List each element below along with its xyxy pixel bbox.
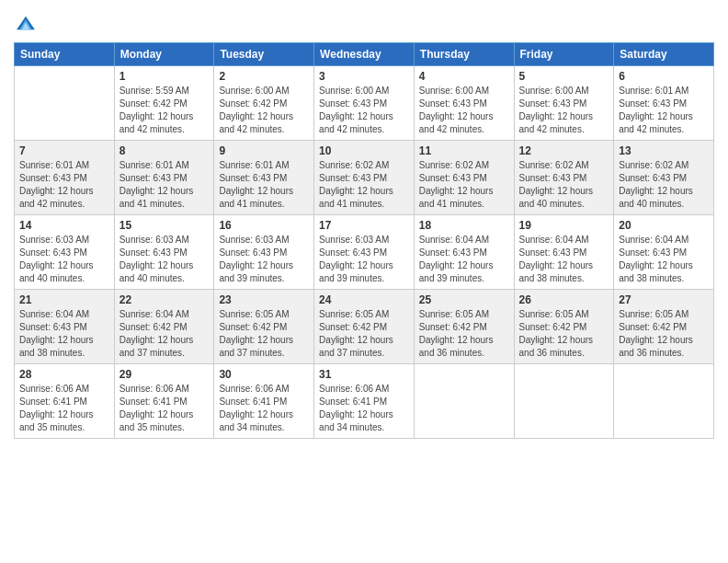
day-cell: 15Sunrise: 6:03 AMSunset: 6:43 PMDayligh… <box>114 215 214 290</box>
weekday-header-thursday: Thursday <box>414 43 514 66</box>
day-info: Sunrise: 6:04 AMSunset: 6:43 PMDaylight:… <box>19 308 109 360</box>
day-cell <box>614 364 714 439</box>
day-cell: 23Sunrise: 6:05 AMSunset: 6:42 PMDayligh… <box>214 290 314 364</box>
day-info: Sunrise: 6:05 AMSunset: 6:42 PMDaylight:… <box>619 308 709 360</box>
day-cell: 5Sunrise: 6:00 AMSunset: 6:43 PMDaylight… <box>514 66 614 141</box>
day-number: 4 <box>419 70 509 83</box>
day-cell: 25Sunrise: 6:05 AMSunset: 6:42 PMDayligh… <box>414 290 514 364</box>
day-info: Sunrise: 6:06 AMSunset: 6:41 PMDaylight:… <box>219 383 309 434</box>
day-cell: 27Sunrise: 6:05 AMSunset: 6:42 PMDayligh… <box>614 290 714 364</box>
weekday-header-sunday: Sunday <box>15 43 115 66</box>
day-number: 12 <box>519 144 609 157</box>
day-info: Sunrise: 6:05 AMSunset: 6:42 PMDaylight:… <box>519 308 609 360</box>
day-info: Sunrise: 6:05 AMSunset: 6:42 PMDaylight:… <box>319 308 409 360</box>
day-info: Sunrise: 6:04 AMSunset: 6:43 PMDaylight:… <box>419 234 509 285</box>
day-number: 1 <box>119 70 210 83</box>
day-info: Sunrise: 6:00 AMSunset: 6:43 PMDaylight:… <box>519 85 609 136</box>
day-info: Sunrise: 6:03 AMSunset: 6:43 PMDaylight:… <box>219 234 309 285</box>
day-number: 19 <box>519 219 609 232</box>
day-number: 28 <box>19 368 109 381</box>
day-number: 6 <box>619 70 709 83</box>
day-info: Sunrise: 6:05 AMSunset: 6:42 PMDaylight:… <box>419 308 509 360</box>
day-cell: 11Sunrise: 6:02 AMSunset: 6:43 PMDayligh… <box>414 141 514 215</box>
day-cell: 1Sunrise: 5:59 AMSunset: 6:42 PMDaylight… <box>114 66 214 141</box>
day-info: Sunrise: 6:00 AMSunset: 6:43 PMDaylight:… <box>319 85 409 136</box>
day-info: Sunrise: 6:01 AMSunset: 6:43 PMDaylight:… <box>219 159 309 211</box>
day-info: Sunrise: 6:03 AMSunset: 6:43 PMDaylight:… <box>19 234 109 285</box>
day-info: Sunrise: 6:04 AMSunset: 6:43 PMDaylight:… <box>519 234 609 285</box>
day-cell: 20Sunrise: 6:04 AMSunset: 6:43 PMDayligh… <box>614 215 714 290</box>
day-info: Sunrise: 6:06 AMSunset: 6:41 PMDaylight:… <box>319 383 409 434</box>
day-cell: 29Sunrise: 6:06 AMSunset: 6:41 PMDayligh… <box>114 364 214 439</box>
day-number: 25 <box>419 293 509 306</box>
day-cell: 28Sunrise: 6:06 AMSunset: 6:41 PMDayligh… <box>15 364 115 439</box>
logo <box>14 13 36 37</box>
day-cell: 31Sunrise: 6:06 AMSunset: 6:41 PMDayligh… <box>314 364 415 439</box>
logo-icon <box>16 13 36 33</box>
day-cell: 12Sunrise: 6:02 AMSunset: 6:43 PMDayligh… <box>514 141 614 215</box>
day-number: 10 <box>319 144 409 157</box>
day-info: Sunrise: 6:04 AMSunset: 6:43 PMDaylight:… <box>619 234 709 285</box>
day-info: Sunrise: 6:04 AMSunset: 6:42 PMDaylight:… <box>119 308 210 360</box>
day-info: Sunrise: 6:02 AMSunset: 6:43 PMDaylight:… <box>419 159 509 211</box>
day-number: 13 <box>619 144 709 157</box>
day-cell: 3Sunrise: 6:00 AMSunset: 6:43 PMDaylight… <box>314 66 415 141</box>
day-number: 20 <box>619 219 709 232</box>
day-info: Sunrise: 6:05 AMSunset: 6:42 PMDaylight:… <box>219 308 309 360</box>
day-info: Sunrise: 6:02 AMSunset: 6:43 PMDaylight:… <box>519 159 609 211</box>
day-info: Sunrise: 6:01 AMSunset: 6:43 PMDaylight:… <box>619 85 709 136</box>
day-number: 5 <box>519 70 609 83</box>
weekday-header-tuesday: Tuesday <box>214 43 314 66</box>
day-cell: 2Sunrise: 6:00 AMSunset: 6:42 PMDaylight… <box>214 66 314 141</box>
day-cell: 22Sunrise: 6:04 AMSunset: 6:42 PMDayligh… <box>114 290 214 364</box>
day-cell: 21Sunrise: 6:04 AMSunset: 6:43 PMDayligh… <box>15 290 115 364</box>
day-number: 9 <box>219 144 309 157</box>
day-cell: 8Sunrise: 6:01 AMSunset: 6:43 PMDaylight… <box>114 141 214 215</box>
day-cell: 26Sunrise: 6:05 AMSunset: 6:42 PMDayligh… <box>514 290 614 364</box>
day-cell: 13Sunrise: 6:02 AMSunset: 6:43 PMDayligh… <box>614 141 714 215</box>
day-info: Sunrise: 6:03 AMSunset: 6:43 PMDaylight:… <box>119 234 210 285</box>
day-number: 26 <box>519 293 609 306</box>
day-number: 29 <box>119 368 210 381</box>
day-info: Sunrise: 6:01 AMSunset: 6:43 PMDaylight:… <box>119 159 210 211</box>
day-info: Sunrise: 6:02 AMSunset: 6:43 PMDaylight:… <box>619 159 709 211</box>
day-info: Sunrise: 5:59 AMSunset: 6:42 PMDaylight:… <box>119 85 210 136</box>
week-row-2: 7Sunrise: 6:01 AMSunset: 6:43 PMDaylight… <box>15 141 714 215</box>
day-number: 17 <box>319 219 409 232</box>
day-cell: 19Sunrise: 6:04 AMSunset: 6:43 PMDayligh… <box>514 215 614 290</box>
week-row-3: 14Sunrise: 6:03 AMSunset: 6:43 PMDayligh… <box>15 215 714 290</box>
header <box>14 9 714 37</box>
day-number: 27 <box>619 293 709 306</box>
day-info: Sunrise: 6:01 AMSunset: 6:43 PMDaylight:… <box>19 159 109 211</box>
day-number: 3 <box>319 70 409 83</box>
day-cell: 24Sunrise: 6:05 AMSunset: 6:42 PMDayligh… <box>314 290 415 364</box>
day-number: 7 <box>19 144 109 157</box>
day-info: Sunrise: 6:06 AMSunset: 6:41 PMDaylight:… <box>119 383 210 434</box>
day-info: Sunrise: 6:00 AMSunset: 6:43 PMDaylight:… <box>419 85 509 136</box>
week-row-1: 1Sunrise: 5:59 AMSunset: 6:42 PMDaylight… <box>15 66 714 141</box>
day-number: 22 <box>119 293 210 306</box>
day-cell <box>514 364 614 439</box>
day-info: Sunrise: 6:00 AMSunset: 6:42 PMDaylight:… <box>219 85 309 136</box>
day-cell: 6Sunrise: 6:01 AMSunset: 6:43 PMDaylight… <box>614 66 714 141</box>
week-row-5: 28Sunrise: 6:06 AMSunset: 6:41 PMDayligh… <box>15 364 714 439</box>
day-info: Sunrise: 6:03 AMSunset: 6:43 PMDaylight:… <box>319 234 409 285</box>
day-cell: 14Sunrise: 6:03 AMSunset: 6:43 PMDayligh… <box>15 215 115 290</box>
day-number: 21 <box>19 293 109 306</box>
weekday-header-wednesday: Wednesday <box>314 43 415 66</box>
day-number: 2 <box>219 70 309 83</box>
day-cell <box>15 66 115 141</box>
day-number: 14 <box>19 219 109 232</box>
day-info: Sunrise: 6:02 AMSunset: 6:43 PMDaylight:… <box>319 159 409 211</box>
day-cell: 16Sunrise: 6:03 AMSunset: 6:43 PMDayligh… <box>214 215 314 290</box>
weekday-header-friday: Friday <box>514 43 614 66</box>
day-number: 18 <box>419 219 509 232</box>
day-number: 30 <box>219 368 309 381</box>
day-number: 23 <box>219 293 309 306</box>
week-row-4: 21Sunrise: 6:04 AMSunset: 6:43 PMDayligh… <box>15 290 714 364</box>
day-number: 11 <box>419 144 509 157</box>
day-number: 31 <box>319 368 409 381</box>
weekday-header-saturday: Saturday <box>614 43 714 66</box>
day-cell: 17Sunrise: 6:03 AMSunset: 6:43 PMDayligh… <box>314 215 415 290</box>
day-cell <box>414 364 514 439</box>
